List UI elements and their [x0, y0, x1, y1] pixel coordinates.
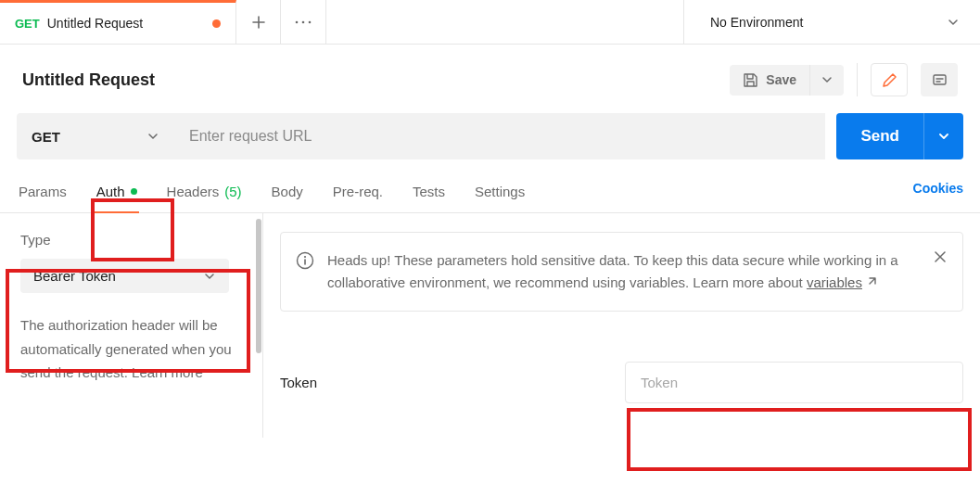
svg-rect-3 — [934, 75, 946, 84]
divider — [857, 63, 858, 96]
token-row: Token — [280, 362, 963, 403]
banner-close-button[interactable] — [933, 249, 948, 264]
tab-title: Untitled Request — [47, 16, 144, 31]
chevron-down-icon — [203, 270, 216, 283]
variables-link-label: variables — [807, 274, 862, 290]
tab-actions — [236, 0, 326, 44]
header-actions: Save — [730, 63, 958, 96]
tab-tests[interactable]: Tests — [411, 176, 447, 212]
info-icon — [296, 251, 314, 270]
comment-icon — [932, 72, 948, 88]
cookies-label: Cookies — [913, 181, 963, 196]
type-value: Bearer Token — [33, 268, 116, 284]
save-button-group: Save — [730, 65, 844, 96]
tab-body[interactable]: Body — [270, 176, 305, 212]
tab-settings[interactable]: Settings — [473, 176, 527, 212]
top-bar: GET Untitled Request No Environment — [0, 0, 980, 45]
tab-label: Tests — [413, 184, 445, 199]
plus-icon — [251, 15, 266, 30]
variables-link[interactable]: variables — [807, 274, 862, 290]
save-label: Save — [766, 72, 796, 87]
type-label: Type — [20, 232, 242, 248]
tab-label: Body — [272, 184, 303, 199]
svg-point-0 — [296, 20, 299, 23]
comment-button[interactable] — [921, 63, 958, 96]
ellipsis-icon — [294, 19, 312, 25]
method-value: GET — [32, 129, 60, 145]
send-button[interactable]: Send — [836, 113, 923, 159]
tab-label: Headers — [167, 184, 220, 199]
banner-text: Heads up! These parameters hold sensitiv… — [327, 249, 920, 294]
url-row: GET Send — [0, 113, 980, 167]
more-tabs-button[interactable] — [281, 0, 325, 44]
tab-prereq[interactable]: Pre-req. — [331, 176, 385, 212]
save-dropdown-button[interactable] — [809, 65, 844, 96]
save-button[interactable]: Save — [730, 65, 809, 96]
env-label: No Environment — [710, 15, 803, 30]
new-tab-button[interactable] — [236, 0, 281, 44]
tab-label: Auth — [96, 184, 125, 199]
tab-auth[interactable]: Auth — [95, 176, 139, 212]
tab-label: Pre-req. — [333, 184, 383, 199]
tab-headers[interactable]: Headers (5) — [165, 176, 244, 212]
chevron-down-icon — [947, 16, 960, 29]
auth-active-dot-icon — [131, 188, 137, 195]
header-row: Untitled Request Save — [0, 45, 980, 113]
chevron-down-icon — [146, 130, 159, 143]
tab-method: GET — [15, 17, 40, 31]
request-tab[interactable]: GET Untitled Request — [0, 0, 236, 44]
tab-params[interactable]: Params — [17, 176, 69, 212]
environment-selector[interactable]: No Environment — [683, 0, 980, 44]
send-label: Send — [860, 127, 899, 146]
token-input[interactable] — [625, 362, 963, 403]
unsaved-dot-icon — [212, 19, 221, 28]
save-icon — [743, 72, 758, 88]
svg-point-1 — [302, 20, 305, 23]
external-link-icon — [866, 276, 877, 287]
method-select[interactable]: GET — [17, 113, 174, 159]
tab-label: Params — [19, 184, 67, 199]
edit-button[interactable] — [871, 63, 908, 96]
url-input[interactable] — [174, 113, 825, 159]
tab-label: Settings — [475, 184, 525, 199]
token-label: Token — [280, 375, 625, 390]
page-title: Untitled Request — [22, 70, 155, 90]
auth-type-select[interactable]: Bearer Token — [20, 259, 229, 293]
pencil-icon — [882, 72, 897, 88]
send-button-group: Send — [836, 113, 963, 159]
svg-point-2 — [309, 20, 312, 23]
auth-sidebar: Type Bearer Token The authorization head… — [0, 213, 263, 438]
scrollbar[interactable] — [256, 219, 261, 353]
chevron-down-icon — [821, 74, 833, 85]
chevron-down-icon — [937, 130, 950, 143]
svg-point-5 — [304, 256, 306, 258]
cookies-link[interactable]: Cookies — [913, 181, 963, 209]
headers-count: (5) — [224, 184, 241, 199]
info-banner: Heads up! These parameters hold sensitiv… — [280, 232, 963, 312]
auth-main: Heads up! These parameters hold sensitiv… — [263, 213, 980, 438]
close-icon — [933, 249, 948, 264]
request-tabs: Params Auth Headers (5) Body Pre-req. Te… — [0, 167, 980, 213]
send-dropdown-button[interactable] — [923, 113, 963, 159]
content-area: Type Bearer Token The authorization head… — [0, 213, 980, 438]
auth-description: The authorization header will be automat… — [20, 313, 242, 385]
